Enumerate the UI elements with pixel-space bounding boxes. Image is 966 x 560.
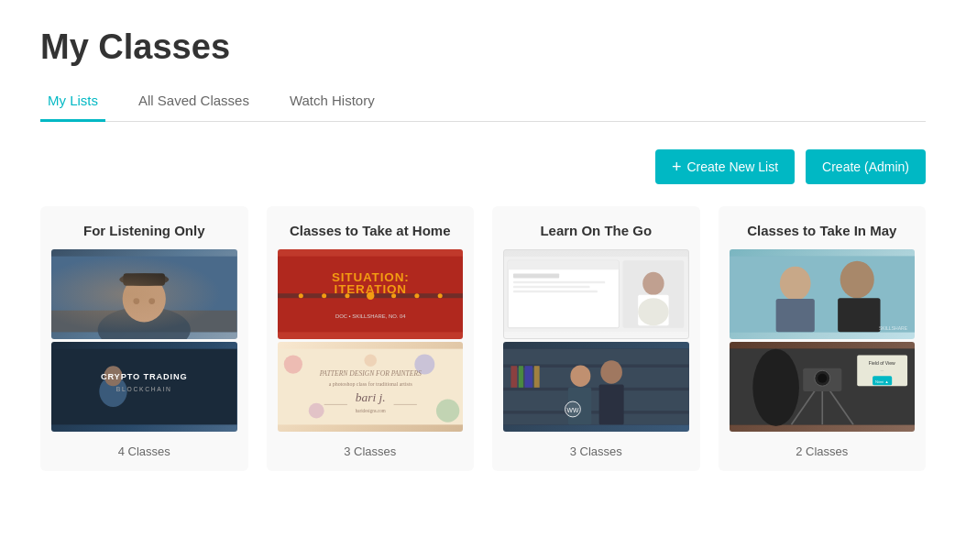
svg-rect-39 (508, 260, 619, 328)
svg-point-27 (283, 355, 302, 373)
svg-text:PATTERN DESIGN FOR PAINTERS: PATTERN DESIGN FOR PAINTERS (318, 369, 421, 378)
card-images: CRYPTO TRADING BLOCKCHAIN (40, 249, 248, 432)
svg-text:a photoshop class for traditio: a photoshop class for traditional artist… (328, 381, 412, 387)
svg-point-68 (840, 261, 873, 299)
plus-icon: + (672, 159, 682, 175)
card-title: Classes to Take In May (719, 206, 927, 249)
card-title: For Listening Only (40, 206, 248, 249)
create-new-list-button[interactable]: + Create New List (655, 149, 795, 184)
svg-text:Niimi ▲: Niimi ▲ (874, 379, 888, 384)
svg-text:ITERATION: ITERATION (334, 282, 406, 296)
svg-rect-55 (519, 366, 523, 388)
svg-point-4 (119, 273, 169, 286)
svg-point-46 (642, 272, 664, 295)
card-count: 3 Classes (267, 432, 475, 471)
svg-rect-41 (513, 273, 559, 278)
svg-point-16 (298, 293, 302, 298)
svg-rect-1 (51, 311, 237, 333)
svg-point-3 (123, 276, 166, 323)
svg-rect-44 (513, 291, 598, 293)
cards-grid: For Listening Only (40, 206, 926, 471)
card-classes-in-may[interactable]: Classes to Take In May (719, 206, 927, 471)
card-title: Learn On The Go (492, 206, 700, 249)
card-image-1 (51, 249, 237, 339)
card-count: 2 Classes (719, 432, 927, 471)
svg-rect-43 (513, 286, 590, 289)
create-list-label: Create New List (686, 159, 778, 174)
card-images: WW (492, 249, 700, 432)
svg-rect-0 (51, 257, 237, 333)
toolbar: + Create New List Create (Admin) (40, 149, 926, 184)
card-image-2: CRYPTO TRADING BLOCKCHAIN (51, 342, 237, 432)
card-images: SITUATION: ITERATION DOC • SKILLSHARE, N… (267, 249, 475, 432)
tabs-bar: My Lists All Saved Classes Watch History (40, 93, 926, 122)
create-admin-button[interactable]: Create (Admin) (806, 149, 926, 184)
card-image-2: WW (503, 342, 689, 432)
svg-point-79 (752, 349, 799, 426)
svg-point-31 (364, 355, 377, 368)
svg-point-28 (435, 400, 458, 423)
card-learn-on-the-go[interactable]: Learn On The Go (492, 206, 700, 471)
card-image-2: Field of View ··· Niimi ▲ (730, 342, 916, 432)
svg-text:BLOCKCHAIN: BLOCKCHAIN (116, 386, 172, 392)
svg-rect-65 (730, 257, 916, 333)
card-image-1: SITUATION: ITERATION DOC • SKILLSHARE, N… (278, 249, 464, 339)
card-classes-at-home[interactable]: Classes to Take at Home (267, 206, 475, 471)
svg-point-6 (133, 298, 139, 304)
card-image-1: SKILLSHARE (730, 249, 916, 339)
tab-all-saved-classes[interactable]: All Saved Classes (131, 93, 257, 122)
card-count: 4 Classes (40, 432, 248, 471)
tab-my-lists[interactable]: My Lists (40, 93, 105, 122)
svg-text:CRYPTO TRADING: CRYPTO TRADING (101, 372, 188, 381)
svg-rect-56 (525, 366, 532, 388)
card-for-listening-only[interactable]: For Listening Only (40, 206, 248, 471)
create-admin-label: Create (Admin) (822, 159, 909, 174)
card-image-2: PATTERN DESIGN FOR PAINTERS a photoshop … (278, 342, 464, 432)
page-title: My Classes (40, 27, 926, 67)
svg-point-29 (308, 403, 324, 419)
svg-rect-40 (508, 260, 619, 269)
svg-rect-52 (503, 388, 689, 390)
svg-rect-67 (775, 299, 814, 332)
card-title: Classes to Take at Home (267, 206, 475, 249)
svg-rect-54 (510, 366, 517, 388)
svg-rect-69 (838, 298, 880, 332)
svg-text:SKILLSHARE: SKILLSHARE (878, 325, 907, 331)
svg-rect-42 (513, 281, 605, 284)
card-images: SKILLSHARE (719, 249, 927, 432)
svg-point-17 (322, 293, 326, 298)
svg-text:WW: WW (567, 407, 579, 413)
tab-watch-history[interactable]: Watch History (282, 93, 382, 122)
svg-rect-57 (534, 366, 540, 388)
card-count: 3 Classes (492, 432, 700, 471)
svg-point-58 (570, 365, 590, 387)
card-image-1 (503, 249, 689, 339)
svg-point-22 (437, 293, 442, 298)
svg-text:DOC • SKILLSHARE, NO. 04: DOC • SKILLSHARE, NO. 04 (335, 313, 405, 319)
svg-point-48 (638, 298, 668, 325)
svg-text:···: ··· (880, 368, 884, 373)
svg-point-7 (148, 298, 155, 304)
svg-point-78 (818, 374, 827, 383)
svg-rect-61 (599, 384, 624, 424)
svg-rect-53 (503, 411, 689, 413)
page-container: My Classes My Lists All Saved Classes Wa… (0, 0, 966, 499)
svg-point-2 (98, 307, 191, 340)
svg-rect-5 (123, 273, 165, 286)
svg-point-66 (779, 267, 810, 301)
svg-point-60 (600, 360, 622, 383)
svg-text:Field of View: Field of View (868, 360, 895, 366)
svg-point-21 (414, 293, 419, 298)
svg-text:baridesigns.com: baridesigns.com (355, 408, 385, 413)
svg-text:bari j.: bari j. (355, 390, 385, 404)
